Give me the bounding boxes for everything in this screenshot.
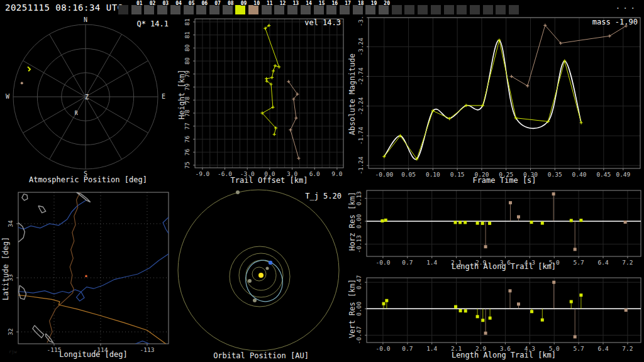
frame-thumb-17[interactable]: 17 <box>340 5 350 14</box>
y-tick-label: 81 <box>184 18 191 26</box>
data-point-marker <box>458 221 462 224</box>
series-station-a <box>384 40 581 159</box>
data-point-marker <box>481 222 484 225</box>
horz-res-chart: -0.00.71.42.12.93.64.35.05.76.47.20.130.… <box>346 185 644 272</box>
plot-frame <box>367 190 641 256</box>
frame-thumb-05[interactable]: 05 <box>184 5 194 14</box>
frame-thumb-11[interactable]: 11 <box>262 5 272 14</box>
frame-thumb[interactable] <box>483 5 493 14</box>
x-axis-label: Length Along Trail [km] <box>367 351 641 359</box>
coastline-feature <box>22 194 28 200</box>
x-axis-label: Trail Offset [km] <box>195 176 343 185</box>
frame-number: 19 <box>371 1 377 6</box>
frame-number: 02 <box>150 1 156 6</box>
frame-thumb-12[interactable]: 12 <box>274 5 284 14</box>
data-point-marker <box>382 302 386 305</box>
frame-thumb-01[interactable]: 01 <box>131 5 142 14</box>
data-point-marker <box>579 293 582 297</box>
y-axis-label: Latitude [deg] <box>1 198 10 339</box>
frame-thumb-03[interactable]: 03 <box>157 5 167 14</box>
frame-thumb[interactable] <box>404 5 414 14</box>
frame-thumb-06[interactable]: 06 <box>196 5 206 14</box>
data-point-marker <box>624 221 627 224</box>
frame-thumb-07[interactable]: 07 <box>209 5 219 14</box>
frame-number: 07 <box>214 1 221 6</box>
plot-frame <box>367 278 641 343</box>
compass-n-label: N <box>84 16 87 23</box>
frame-thumb[interactable] <box>392 5 402 14</box>
y-tick-label: -3.73 <box>357 16 364 26</box>
frame-number: 12 <box>280 1 286 6</box>
frame-number: 08 <box>228 1 234 6</box>
frame-thumb-02[interactable]: 02 <box>144 5 154 14</box>
zenith-label: Z <box>85 94 89 101</box>
panel-light-curve: -0.000.050.100.150.200.250.300.350.400.4… <box>346 16 644 185</box>
y-axis-label: Absolute Magnitude <box>348 25 357 163</box>
grid <box>18 192 169 344</box>
frame-thumb[interactable] <box>431 5 441 14</box>
y-tick-label: -2.24 <box>357 97 364 115</box>
data-point-marker <box>384 219 387 222</box>
frame-thumb[interactable] <box>418 5 428 14</box>
data-point-marker <box>484 332 487 335</box>
data-point-marker <box>541 222 544 225</box>
series-station-a <box>382 293 583 322</box>
river-feature <box>163 217 169 234</box>
series-station-a <box>262 26 279 134</box>
frame-thumb-19[interactable]: 19 <box>365 5 375 14</box>
x-axis-label: Longitude [deg] <box>18 350 169 359</box>
frame-thumb[interactable] <box>509 5 519 14</box>
panel-vert-res: -0.00.71.42.12.93.64.35.05.76.47.20.470.… <box>346 272 644 362</box>
frame-number: 18 <box>358 1 364 6</box>
frame-thumb-10[interactable]: 10 <box>248 5 258 14</box>
y-tick-label: -1.24 <box>357 156 364 175</box>
y-tick-label: -2.74 <box>357 67 364 85</box>
map-features <box>18 192 169 344</box>
ground-map-chart: -115-114-113343332 <box>0 185 176 362</box>
frame-thumb-18[interactable]: 18 <box>353 5 363 14</box>
frame-thumb-08[interactable]: 08 <box>223 5 233 14</box>
compass-w-label: W <box>6 93 10 100</box>
data-point-marker <box>552 192 555 195</box>
frame-thumb[interactable] <box>118 5 128 14</box>
y-axis-label: Horz Res [km] <box>348 187 357 256</box>
data-point-marker <box>481 319 484 322</box>
data-point-marker <box>464 309 467 312</box>
data-point-marker <box>570 219 573 222</box>
axes <box>365 199 628 258</box>
frame-thumb-16[interactable]: 16 <box>326 5 336 14</box>
planet-venus <box>248 279 252 283</box>
frame-thumb[interactable] <box>496 5 506 14</box>
data-point-marker <box>579 219 582 222</box>
y-axis-label: Height [km] <box>177 28 186 160</box>
data-point-marker <box>488 222 491 225</box>
axes <box>367 18 623 170</box>
frame-thumb-09[interactable]: 09 <box>235 5 245 14</box>
chart-title: vel 14.3 <box>304 18 341 27</box>
x-axis-label: Length Along Trail [km] <box>367 262 641 271</box>
frame-thumb-04[interactable]: 04 <box>170 5 180 14</box>
frame-thumb[interactable] <box>470 5 480 14</box>
frame-thumb[interactable] <box>444 5 454 14</box>
frame-thumb-13[interactable]: 13 <box>287 5 297 14</box>
data-point-marker <box>526 84 529 87</box>
data-point-marker <box>541 319 544 322</box>
data-point-marker <box>294 116 297 119</box>
planet-mercury <box>266 267 269 270</box>
overflow-ellipsis[interactable]: ... <box>616 1 638 11</box>
data-point-marker <box>517 302 520 305</box>
data-point-marker <box>552 281 555 284</box>
frame-thumb-15[interactable]: 15 <box>314 5 324 14</box>
frame-thumb-20[interactable]: 20 <box>379 5 389 14</box>
panel-trail-offset: -9.0-6.0-3.00.03.06.09.08181808079797878… <box>176 16 346 185</box>
data-point-marker <box>270 76 274 79</box>
frame-number: 15 <box>319 1 325 6</box>
chart-title: Q* 14.1 <box>136 19 169 28</box>
data-point-marker <box>380 219 384 222</box>
meteor-analysis-app: 20251115 08:16:34 UTC 010203040506070809… <box>0 0 644 362</box>
frame-thumb[interactable] <box>457 5 467 14</box>
data-point-marker <box>510 75 513 78</box>
atmospheric-position-chart: NESWZR <box>0 16 176 185</box>
frame-number: 10 <box>253 1 260 6</box>
frame-thumb-14[interactable]: 14 <box>301 5 311 14</box>
